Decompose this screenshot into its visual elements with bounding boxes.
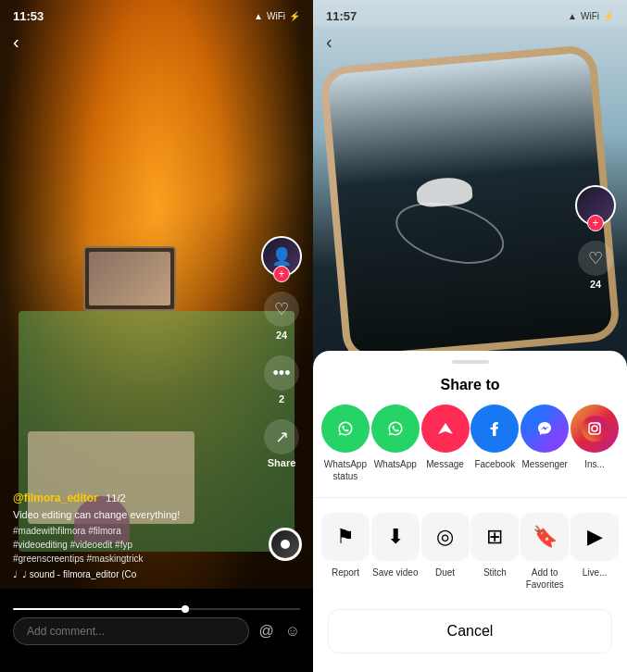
right-follow-plus-icon[interactable]: + [587, 215, 604, 231]
svg-point-9 [597, 424, 599, 426]
duet-label: Duet [435, 566, 455, 579]
svg-point-6 [582, 416, 608, 442]
left-status-time: 11:53 [13, 9, 44, 23]
left-status-icons: ▲ WiFi ⚡ [254, 11, 300, 21]
music-note-icon: ♩ [13, 569, 18, 579]
share-item-messenger[interactable]: Messenger [520, 404, 570, 482]
share-button[interactable]: ↗ Share [264, 419, 299, 468]
left-bottom-bar: @ ☺ [0, 589, 313, 672]
share-action-favorites[interactable]: 🔖 Add to Favorites [520, 513, 570, 591]
left-back-button[interactable]: ‹ [13, 31, 19, 53]
comment-button[interactable]: ••• 2 [264, 355, 299, 404]
left-panel: 11:53 ▲ WiFi ⚡ ‹ 👤 + ♡ 24 ••• 2 ↗ Share [0, 0, 313, 672]
save-video-label: Save video [372, 566, 418, 579]
share-action-duet[interactable]: ◎ Duet [420, 513, 470, 591]
mention-icon[interactable]: @ [258, 623, 273, 640]
left-side-actions: 👤 + ♡ 24 ••• 2 ↗ Share [261, 236, 302, 468]
share-handle [452, 360, 489, 364]
sound-text: ♩ sound - filmora_editor (Co [22, 569, 136, 579]
left-status-bar: 11:53 ▲ WiFi ⚡ [0, 0, 313, 26]
comment-emoji-buttons: @ ☺ [258, 623, 300, 640]
share-title: Share to [313, 371, 627, 404]
right-like-button[interactable]: ♡ 24 [578, 241, 613, 290]
facebook-label: Facebook [474, 458, 515, 470]
share-item-facebook[interactable]: Facebook [470, 404, 520, 482]
creator-username[interactable]: @filmora_editor [13, 492, 98, 504]
share-action-save[interactable]: ⬇ Save video [370, 513, 420, 591]
cancel-button[interactable]: Cancel [328, 609, 612, 653]
share-item-instagram[interactable]: Ins... [570, 404, 620, 482]
progress-dot [182, 605, 189, 613]
comment-count: 2 [279, 393, 284, 404]
comment-input-row: @ ☺ [0, 610, 313, 653]
messenger-label: Messenger [521, 458, 567, 470]
wifi-icon: WiFi [267, 11, 285, 21]
instagram-label: Ins... [584, 458, 605, 470]
share-icons-row: WhatsApp status WhatsApp Message [313, 404, 627, 497]
emoji-icon[interactable]: ☺ [285, 623, 300, 640]
follow-plus-icon[interactable]: + [273, 266, 290, 282]
sound-info[interactable]: ♩ ♩ sound - filmora_editor (Co [13, 569, 257, 579]
share-label: Share [268, 457, 296, 468]
signal-icon: ▲ [254, 11, 263, 21]
video-hashtags: #madewithfilmora #filmora #videoediting … [13, 524, 257, 566]
share-sheet: Share to WhatsApp status WhatsApp [313, 351, 627, 672]
right-battery-icon: ⚡ [603, 11, 614, 21]
creator-avatar[interactable]: 👤 + [261, 236, 302, 277]
left-bottom-info: @filmora_editor 11/2 Video editing can c… [13, 489, 257, 579]
instagram-icon [571, 404, 619, 453]
duet-icon: ◎ [421, 513, 470, 561]
share-action-report[interactable]: ⚑ Report [320, 513, 370, 591]
phone-screen [327, 52, 612, 355]
comment-icon: ••• [264, 355, 299, 391]
message-label: Message [426, 458, 464, 470]
live-icon: ▶ [571, 513, 619, 561]
svg-point-5 [532, 416, 558, 442]
right-signal-icon: ▲ [568, 11, 577, 21]
report-icon: ⚑ [321, 513, 370, 561]
share-item-message[interactable]: Message [420, 404, 470, 482]
right-heart-icon: ♡ [578, 241, 613, 276]
facebook-icon [470, 404, 519, 453]
right-wifi-icon: WiFi [581, 11, 599, 21]
right-status-time: 11:57 [326, 9, 357, 23]
share-action-live[interactable]: ▶ Live... [570, 513, 620, 591]
messenger-icon [520, 404, 569, 453]
live-label: Live... [583, 566, 608, 579]
right-like-count: 24 [590, 279, 601, 290]
whatsapp-label: WhatsApp [374, 458, 417, 470]
save-video-icon: ⬇ [371, 513, 420, 561]
right-panel: 11:57 ▲ WiFi ⚡ ‹ + ♡ 24 Share to Wh [313, 0, 627, 672]
share-icon: ↗ [264, 419, 299, 454]
stitch-label: Stitch [483, 566, 507, 579]
right-status-icons: ▲ WiFi ⚡ [568, 11, 614, 21]
share-action-stitch[interactable]: ⊞ Stitch [470, 513, 520, 591]
progress-fill [13, 608, 185, 610]
heart-icon: ♡ [264, 292, 299, 327]
right-back-button[interactable]: ‹ [326, 31, 332, 53]
right-side-actions: + ♡ 24 [575, 185, 616, 290]
whatsapp-status-label: WhatsApp status [320, 458, 370, 482]
like-count: 24 [276, 330, 287, 341]
share-actions-row: ⚑ Report ⬇ Save video ◎ Duet ⊞ Stitch 🔖 … [313, 505, 627, 605]
battery-icon: ⚡ [289, 11, 300, 21]
report-label: Report [332, 566, 359, 579]
like-button[interactable]: ♡ 24 [264, 292, 299, 341]
right-creator-avatar[interactable]: + [575, 185, 616, 226]
comment-input[interactable] [13, 617, 249, 645]
favorites-label: Add to Favorites [520, 566, 570, 591]
video-progress-bar[interactable] [13, 608, 300, 610]
share-divider [313, 497, 627, 498]
whatsapp-status-icon [321, 404, 370, 453]
message-icon [421, 404, 470, 453]
post-num: 11/2 [106, 492, 125, 504]
svg-point-0 [332, 416, 358, 442]
share-item-whatsapp-status[interactable]: WhatsApp status [320, 404, 370, 482]
video-caption: Video editing can change everything! [13, 508, 257, 522]
right-status-bar: 11:57 ▲ WiFi ⚡ [313, 0, 627, 26]
stitch-icon: ⊞ [470, 513, 519, 561]
avatar-placeholder-icon: 👤 [271, 246, 292, 267]
music-disc[interactable] [269, 528, 302, 561]
share-item-whatsapp[interactable]: WhatsApp [370, 404, 420, 482]
music-disc-inner [281, 540, 290, 549]
